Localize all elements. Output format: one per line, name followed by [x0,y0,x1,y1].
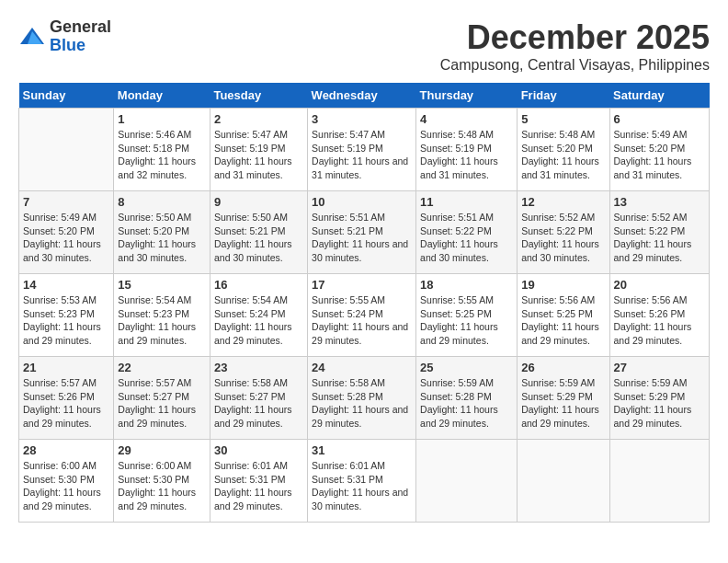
day-info: Sunrise: 5:54 AMSunset: 5:23 PMDaylight:… [118,293,206,348]
day-number: 1 [118,112,206,126]
week-row-3: 14Sunrise: 5:53 AMSunset: 5:23 PMDayligh… [19,274,710,357]
calendar-cell: 27Sunrise: 5:59 AMSunset: 5:29 PMDayligh… [609,357,709,440]
calendar-cell: 3Sunrise: 5:47 AMSunset: 5:19 PMDaylight… [308,109,416,191]
day-number: 18 [420,278,513,292]
calendar-cell [19,109,114,191]
day-info: Sunrise: 5:59 AMSunset: 5:29 PMDaylight:… [521,376,605,431]
week-row-5: 28Sunrise: 6:00 AMSunset: 5:30 PMDayligh… [19,440,710,523]
weekday-header-friday: Friday [518,83,609,109]
day-info: Sunrise: 5:54 AMSunset: 5:24 PMDaylight:… [214,293,303,348]
day-number: 20 [614,278,705,292]
day-info: Sunrise: 5:59 AMSunset: 5:28 PMDaylight:… [420,376,513,431]
calendar-cell: 24Sunrise: 5:58 AMSunset: 5:28 PMDayligh… [308,357,416,440]
day-number: 6 [614,112,705,126]
logo-blue: Blue [50,37,111,55]
weekday-header-saturday: Saturday [609,83,709,109]
header: General Blue December 2025 Campusong, Ce… [18,18,710,74]
day-info: Sunrise: 5:47 AMSunset: 5:19 PMDaylight:… [312,128,412,182]
day-info: Sunrise: 5:50 AMSunset: 5:20 PMDaylight:… [118,211,206,265]
day-info: Sunrise: 5:58 AMSunset: 5:28 PMDaylight:… [312,376,412,431]
day-number: 10 [312,195,412,209]
calendar-title: December 2025 [440,18,710,57]
calendar-cell: 29Sunrise: 6:00 AMSunset: 5:30 PMDayligh… [114,440,210,523]
calendar-cell: 15Sunrise: 5:54 AMSunset: 5:23 PMDayligh… [114,274,210,357]
calendar-subtitle: Campusong, Central Visayas, Philippines [440,57,710,74]
logo-general: General [50,18,111,37]
calendar-cell: 18Sunrise: 5:55 AMSunset: 5:25 PMDayligh… [416,274,518,357]
calendar-cell: 19Sunrise: 5:56 AMSunset: 5:25 PMDayligh… [518,274,609,357]
weekday-header-row: SundayMondayTuesdayWednesdayThursdayFrid… [19,83,710,109]
weekday-header-wednesday: Wednesday [308,83,416,109]
day-number: 31 [312,443,412,457]
calendar-cell: 16Sunrise: 5:54 AMSunset: 5:24 PMDayligh… [210,274,307,357]
day-number: 25 [420,361,513,374]
week-row-4: 21Sunrise: 5:57 AMSunset: 5:26 PMDayligh… [19,357,710,440]
calendar-cell: 21Sunrise: 5:57 AMSunset: 5:26 PMDayligh… [19,357,114,440]
day-info: Sunrise: 5:59 AMSunset: 5:29 PMDaylight:… [614,376,705,431]
calendar-cell: 14Sunrise: 5:53 AMSunset: 5:23 PMDayligh… [19,274,114,357]
title-area: December 2025 Campusong, Central Visayas… [440,18,710,74]
day-number: 12 [521,195,605,209]
day-info: Sunrise: 5:48 AMSunset: 5:19 PMDaylight:… [420,128,513,182]
calendar-cell: 2Sunrise: 5:47 AMSunset: 5:19 PMDaylight… [210,109,307,191]
day-number: 24 [312,361,412,374]
day-number: 21 [23,361,109,374]
day-number: 15 [118,278,206,292]
day-number: 27 [614,361,705,374]
day-number: 5 [521,112,605,126]
calendar-cell: 6Sunrise: 5:49 AMSunset: 5:20 PMDaylight… [609,109,709,191]
calendar-cell: 13Sunrise: 5:52 AMSunset: 5:22 PMDayligh… [609,191,709,274]
weekday-header-monday: Monday [114,83,210,109]
day-number: 9 [214,195,303,209]
calendar-cell: 17Sunrise: 5:55 AMSunset: 5:24 PMDayligh… [308,274,416,357]
calendar-cell: 22Sunrise: 5:57 AMSunset: 5:27 PMDayligh… [114,357,210,440]
day-number: 17 [312,278,412,292]
weekday-header-sunday: Sunday [19,83,114,109]
weekday-header-tuesday: Tuesday [210,83,307,109]
day-info: Sunrise: 5:51 AMSunset: 5:22 PMDaylight:… [420,211,513,265]
day-number: 14 [23,278,109,292]
calendar-cell: 20Sunrise: 5:56 AMSunset: 5:26 PMDayligh… [609,274,709,357]
day-number: 13 [614,195,705,209]
calendar-cell: 4Sunrise: 5:48 AMSunset: 5:19 PMDaylight… [416,109,518,191]
logo-icon [18,26,46,48]
day-number: 4 [420,112,513,126]
day-number: 8 [118,195,206,209]
calendar-cell: 11Sunrise: 5:51 AMSunset: 5:22 PMDayligh… [416,191,518,274]
calendar-cell: 9Sunrise: 5:50 AMSunset: 5:21 PMDaylight… [210,191,307,274]
day-number: 29 [118,443,206,457]
day-number: 7 [23,195,109,209]
day-number: 2 [214,112,303,126]
week-row-2: 7Sunrise: 5:49 AMSunset: 5:20 PMDaylight… [19,191,710,274]
day-info: Sunrise: 5:55 AMSunset: 5:25 PMDaylight:… [420,293,513,348]
day-info: Sunrise: 5:47 AMSunset: 5:19 PMDaylight:… [214,128,303,182]
day-info: Sunrise: 5:52 AMSunset: 5:22 PMDaylight:… [521,211,605,265]
calendar-cell: 25Sunrise: 5:59 AMSunset: 5:28 PMDayligh… [416,357,518,440]
week-row-1: 1Sunrise: 5:46 AMSunset: 5:18 PMDaylight… [19,109,710,191]
day-number: 19 [521,278,605,292]
calendar-cell: 8Sunrise: 5:50 AMSunset: 5:20 PMDaylight… [114,191,210,274]
day-number: 26 [521,361,605,374]
calendar-cell: 10Sunrise: 5:51 AMSunset: 5:21 PMDayligh… [308,191,416,274]
calendar-cell [609,440,709,523]
calendar-cell [416,440,518,523]
day-info: Sunrise: 5:50 AMSunset: 5:21 PMDaylight:… [214,211,303,265]
calendar-table: SundayMondayTuesdayWednesdayThursdayFrid… [18,83,710,523]
day-info: Sunrise: 5:49 AMSunset: 5:20 PMDaylight:… [23,211,109,265]
day-number: 16 [214,278,303,292]
calendar-cell: 7Sunrise: 5:49 AMSunset: 5:20 PMDaylight… [19,191,114,274]
day-number: 28 [23,443,109,457]
calendar-cell: 30Sunrise: 6:01 AMSunset: 5:31 PMDayligh… [210,440,307,523]
calendar-cell: 26Sunrise: 5:59 AMSunset: 5:29 PMDayligh… [518,357,609,440]
weekday-header-thursday: Thursday [416,83,518,109]
calendar-cell: 31Sunrise: 6:01 AMSunset: 5:31 PMDayligh… [308,440,416,523]
day-info: Sunrise: 5:49 AMSunset: 5:20 PMDaylight:… [614,128,705,182]
calendar-cell: 1Sunrise: 5:46 AMSunset: 5:18 PMDaylight… [114,109,210,191]
day-info: Sunrise: 5:55 AMSunset: 5:24 PMDaylight:… [312,293,412,348]
day-info: Sunrise: 5:53 AMSunset: 5:23 PMDaylight:… [23,293,109,348]
day-info: Sunrise: 5:58 AMSunset: 5:27 PMDaylight:… [214,376,303,431]
day-info: Sunrise: 6:01 AMSunset: 5:31 PMDaylight:… [214,459,303,513]
day-info: Sunrise: 5:56 AMSunset: 5:26 PMDaylight:… [614,293,705,348]
day-info: Sunrise: 6:00 AMSunset: 5:30 PMDaylight:… [23,459,109,513]
calendar-cell: 23Sunrise: 5:58 AMSunset: 5:27 PMDayligh… [210,357,307,440]
